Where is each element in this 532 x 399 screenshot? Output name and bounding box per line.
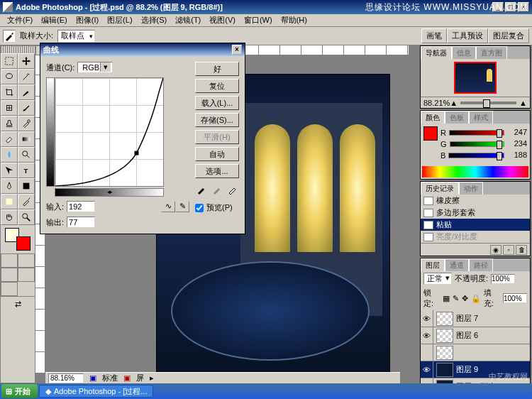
ok-button[interactable]: 好: [195, 62, 239, 76]
dialog-titlebar[interactable]: 曲线 ×: [40, 43, 245, 56]
healing-tool[interactable]: [1, 100, 18, 116]
color-panel-swatch[interactable]: [423, 126, 438, 141]
tool-preset-icon[interactable]: [3, 30, 16, 43]
reset-button[interactable]: 复位: [195, 79, 239, 93]
menu-window[interactable]: 窗口(W): [240, 14, 277, 26]
input-gradient[interactable]: [55, 188, 164, 197]
menu-view[interactable]: 视图(V): [205, 14, 240, 26]
background-swatch[interactable]: [16, 236, 31, 251]
well-tool-presets[interactable]: 工具预设: [447, 28, 488, 43]
shape-tool[interactable]: [18, 178, 35, 194]
slice-tool[interactable]: [18, 84, 35, 100]
move-tool[interactable]: [18, 53, 35, 69]
tab-styles[interactable]: 样式: [469, 111, 493, 124]
opacity-input[interactable]: [491, 274, 515, 284]
tab-color[interactable]: 颜色: [421, 111, 445, 124]
lock-all-icon[interactable]: 🔒: [471, 294, 481, 303]
options-button[interactable]: 选项...: [195, 164, 239, 178]
tab-navigator[interactable]: 导航器: [421, 46, 452, 59]
history-item[interactable]: 橡皮擦: [421, 195, 530, 207]
new-doc-icon[interactable]: ▫: [503, 245, 514, 255]
trash-icon[interactable]: 🗑: [516, 245, 527, 255]
b-slider[interactable]: [448, 153, 504, 158]
tab-layers[interactable]: 图层: [421, 258, 445, 271]
lock-move-icon[interactable]: ✥: [462, 294, 468, 303]
g-slider[interactable]: [450, 141, 504, 147]
zoom-tool[interactable]: [18, 209, 35, 225]
load-button[interactable]: 载入(L)...: [195, 96, 239, 110]
tab-actions[interactable]: 动作: [459, 182, 483, 195]
curve-graph[interactable]: [55, 77, 164, 187]
layer-row[interactable]: [421, 344, 530, 361]
tab-swatches[interactable]: 色板: [445, 111, 469, 124]
marquee-tool[interactable]: [1, 53, 18, 69]
smooth-button[interactable]: 平滑(H): [195, 130, 239, 144]
tab-histogram[interactable]: 直方图: [476, 46, 507, 59]
curve-pencil-tool[interactable]: ✎: [175, 201, 189, 212]
fill-input[interactable]: [503, 293, 527, 303]
menu-edit[interactable]: 编辑(E): [37, 14, 72, 26]
visibility-icon[interactable]: 👁: [421, 361, 433, 378]
menu-select[interactable]: 选择(S): [137, 14, 172, 26]
menu-layer[interactable]: 图层(L): [103, 14, 136, 26]
layer-thumb[interactable]: [436, 363, 453, 377]
gradient-tool[interactable]: [18, 131, 35, 147]
history-brush-tool[interactable]: [18, 116, 35, 131]
blend-mode-dropdown[interactable]: 正常: [423, 273, 452, 285]
tab-history[interactable]: 历史记录: [421, 182, 459, 195]
layer-thumb[interactable]: [436, 312, 453, 326]
brush-tool[interactable]: [18, 100, 35, 116]
hand-tool[interactable]: [1, 209, 18, 225]
start-button[interactable]: ⊞ 开始: [1, 384, 38, 398]
stamp-tool[interactable]: [1, 116, 18, 131]
menu-image[interactable]: 图像(I): [72, 14, 103, 26]
layer-thumb[interactable]: [436, 329, 453, 343]
history-item[interactable]: 粘贴: [421, 219, 530, 231]
screen-mode-toggle[interactable]: [1, 268, 35, 296]
menu-filter[interactable]: 滤镜(T): [171, 14, 205, 26]
tab-channels[interactable]: 通道: [445, 258, 469, 271]
navigator-thumbnail[interactable]: [454, 62, 497, 94]
notes-tool[interactable]: [1, 194, 18, 209]
well-layer-comps[interactable]: 图层复合: [488, 28, 529, 43]
navigator-slider[interactable]: [460, 102, 516, 104]
tab-paths[interactable]: 路径: [469, 258, 493, 271]
blur-tool[interactable]: [1, 147, 18, 163]
dialog-close-button[interactable]: ×: [232, 45, 242, 55]
zoom-input[interactable]: [48, 373, 84, 383]
white-point-dropper[interactable]: [227, 184, 238, 195]
menu-help[interactable]: 帮助(H): [277, 14, 311, 26]
menu-file[interactable]: 文件(F): [3, 14, 37, 26]
r-slider[interactable]: [449, 130, 504, 136]
new-snapshot-icon[interactable]: ◉: [490, 245, 501, 255]
taskbar-app-button[interactable]: ◆ Adobe Photoshop - [过程...: [39, 385, 153, 398]
layer-row[interactable]: 👁图层 6: [421, 327, 530, 344]
history-item[interactable]: 亮度/对比度: [421, 231, 530, 243]
dodge-tool[interactable]: [18, 147, 35, 163]
black-point-dropper[interactable]: [196, 184, 207, 195]
lock-paint-icon[interactable]: ✎: [453, 294, 459, 303]
preview-checkbox[interactable]: [195, 204, 204, 212]
layer-thumb[interactable]: [436, 346, 453, 360]
curves-input-field[interactable]: [67, 201, 95, 212]
zoom-out-icon[interactable]: ▲: [450, 99, 458, 107]
color-swatches[interactable]: [4, 228, 32, 251]
toolbox-grip[interactable]: [1, 46, 35, 53]
pen-tool[interactable]: [1, 178, 18, 194]
visibility-icon[interactable]: 👁: [421, 310, 433, 327]
color-spectrum[interactable]: [422, 166, 528, 177]
tab-info[interactable]: 信息: [452, 46, 476, 59]
sample-size-dropdown[interactable]: 取样点: [57, 30, 95, 43]
history-item[interactable]: 多边形套索: [421, 207, 530, 219]
auto-button[interactable]: 自动: [195, 147, 239, 161]
gray-point-dropper[interactable]: [211, 184, 223, 195]
channel-dropdown[interactable]: RGB: [77, 62, 113, 73]
lasso-tool[interactable]: [1, 69, 18, 84]
type-tool[interactable]: T: [18, 163, 35, 178]
eyedropper-tool[interactable]: [18, 194, 35, 209]
zoom-in-icon[interactable]: ▲: [519, 99, 527, 107]
jump-to-imageready[interactable]: ⇄: [1, 296, 35, 310]
curves-output-field[interactable]: [67, 217, 95, 228]
visibility-icon[interactable]: [421, 344, 433, 361]
well-brushes[interactable]: 画笔: [421, 28, 447, 43]
